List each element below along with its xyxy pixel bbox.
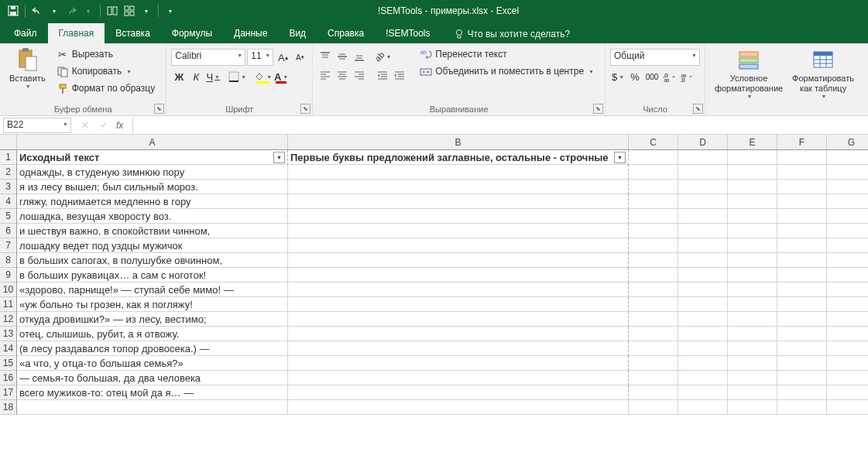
save-icon[interactable] bbox=[6, 4, 20, 18]
number-launcher[interactable]: ⬊ bbox=[693, 104, 703, 114]
row-header-18[interactable]: 18 bbox=[0, 400, 16, 415]
cell[interactable] bbox=[827, 165, 868, 180]
cell[interactable] bbox=[288, 400, 629, 415]
increase-indent-button[interactable] bbox=[392, 67, 407, 83]
column-header-B[interactable]: B bbox=[288, 135, 629, 149]
clipboard-launcher[interactable]: ⬊ bbox=[154, 104, 164, 114]
cell[interactable] bbox=[728, 238, 777, 253]
cell[interactable] bbox=[288, 341, 629, 356]
cell[interactable] bbox=[678, 282, 728, 297]
cell[interactable] bbox=[629, 209, 678, 224]
align-right-button[interactable] bbox=[352, 67, 367, 83]
increase-font-button[interactable]: A▴ bbox=[275, 50, 290, 65]
qat-customize-icon[interactable]: ▼ bbox=[163, 4, 177, 18]
cell[interactable] bbox=[678, 385, 728, 400]
name-box[interactable]: B22 ▼ bbox=[3, 118, 71, 133]
cell[interactable] bbox=[827, 341, 868, 356]
cell[interactable] bbox=[827, 356, 868, 371]
cell[interactable] bbox=[288, 312, 629, 327]
decrease-indent-button[interactable] bbox=[375, 67, 390, 83]
cell[interactable] bbox=[288, 268, 629, 282]
cell[interactable] bbox=[678, 209, 728, 224]
cell[interactable] bbox=[777, 341, 827, 356]
tab-semtools[interactable]: !SEMTools bbox=[375, 23, 441, 43]
row-header-16[interactable]: 16 bbox=[0, 371, 16, 385]
cell[interactable] bbox=[827, 297, 868, 312]
cell[interactable] bbox=[827, 327, 868, 341]
cell[interactable] bbox=[288, 385, 629, 400]
increase-decimal-button[interactable]: ,0,00 bbox=[661, 69, 677, 84]
tell-me-search[interactable]: Что вы хотите сделать? bbox=[448, 25, 577, 43]
column-header-F[interactable]: F bbox=[777, 135, 827, 149]
cell[interactable] bbox=[678, 253, 728, 268]
cell[interactable] bbox=[728, 180, 777, 194]
align-left-button[interactable] bbox=[317, 67, 333, 83]
cell[interactable] bbox=[827, 238, 868, 253]
cell[interactable] bbox=[629, 400, 678, 415]
cell[interactable] bbox=[629, 194, 678, 209]
number-format-select[interactable]: Общий ▼ bbox=[610, 49, 700, 66]
decrease-decimal-button[interactable]: ,00,0 bbox=[678, 69, 694, 84]
cell[interactable] bbox=[728, 150, 777, 165]
cell[interactable] bbox=[827, 371, 868, 385]
borders-button[interactable]: ▼ bbox=[228, 69, 246, 84]
row-header-4[interactable]: 4 bbox=[0, 194, 16, 209]
cell[interactable] bbox=[728, 209, 777, 224]
orientation-button[interactable]: ab▼ bbox=[375, 49, 391, 64]
cell[interactable] bbox=[827, 282, 868, 297]
cell[interactable] bbox=[777, 150, 827, 165]
cancel-icon[interactable]: ✕ bbox=[79, 119, 91, 132]
underline-button[interactable]: Ч▼ bbox=[205, 69, 221, 84]
cell[interactable] bbox=[777, 327, 827, 341]
cell[interactable] bbox=[678, 180, 728, 194]
row-header-11[interactable]: 11 bbox=[0, 297, 16, 312]
cell[interactable] bbox=[827, 385, 868, 400]
cell[interactable] bbox=[777, 312, 827, 327]
cell[interactable] bbox=[777, 371, 827, 385]
cell[interactable]: и шествуя важно, в спокойствии чинном, bbox=[17, 224, 288, 238]
qat-custom2-icon[interactable] bbox=[122, 4, 136, 18]
tab-insert[interactable]: Вставка bbox=[105, 23, 161, 43]
filter-button[interactable]: ▼ bbox=[614, 152, 626, 163]
row-header-9[interactable]: 9 bbox=[0, 268, 16, 282]
align-bottom-button[interactable] bbox=[352, 49, 367, 64]
cell[interactable] bbox=[17, 400, 288, 415]
cut-button[interactable]: ✂ Вырезать bbox=[53, 47, 159, 63]
cell[interactable] bbox=[629, 282, 678, 297]
tab-data[interactable]: Данные bbox=[223, 23, 278, 43]
alignment-launcher[interactable]: ⬊ bbox=[593, 104, 603, 114]
align-top-button[interactable] bbox=[317, 49, 333, 64]
row-header-17[interactable]: 17 bbox=[0, 385, 16, 400]
cell[interactable] bbox=[629, 268, 678, 282]
cell[interactable] bbox=[678, 268, 728, 282]
decrease-font-button[interactable]: A▾ bbox=[292, 50, 307, 65]
cell[interactable] bbox=[678, 371, 728, 385]
font-color-button[interactable]: А ▼ bbox=[273, 69, 289, 84]
cell[interactable] bbox=[827, 268, 868, 282]
cell[interactable] bbox=[629, 165, 678, 180]
cell[interactable] bbox=[629, 224, 678, 238]
row-header-3[interactable]: 3 bbox=[0, 180, 16, 194]
tab-home[interactable]: Главная bbox=[48, 23, 105, 43]
font-family-select[interactable]: Calibri ▼ bbox=[171, 49, 245, 66]
cell[interactable]: гляжу, поднимается медленно в гору bbox=[17, 194, 288, 209]
cell[interactable] bbox=[678, 297, 728, 312]
cell[interactable] bbox=[728, 341, 777, 356]
cell[interactable] bbox=[288, 194, 629, 209]
cell[interactable] bbox=[728, 327, 777, 341]
undo-dropdown-icon[interactable]: ▼ bbox=[47, 4, 61, 18]
cell[interactable] bbox=[777, 385, 827, 400]
row-header-6[interactable]: 6 bbox=[0, 224, 16, 238]
cell[interactable] bbox=[678, 224, 728, 238]
wrap-text-button[interactable]: ab Перенести текст bbox=[417, 47, 597, 63]
undo-icon[interactable] bbox=[30, 4, 44, 18]
cell[interactable] bbox=[629, 238, 678, 253]
cell[interactable] bbox=[728, 385, 777, 400]
bold-button[interactable]: Ж bbox=[171, 69, 187, 84]
tab-help[interactable]: Справка bbox=[317, 23, 375, 43]
paste-button[interactable]: Вставить ▼ bbox=[5, 46, 50, 92]
cell[interactable] bbox=[777, 224, 827, 238]
select-all-corner[interactable] bbox=[0, 135, 17, 150]
cell[interactable]: (в лесу раздавался топор дровосека.) — bbox=[17, 341, 288, 356]
cell[interactable]: лошадка, везущая хворосту воз. bbox=[17, 209, 288, 224]
